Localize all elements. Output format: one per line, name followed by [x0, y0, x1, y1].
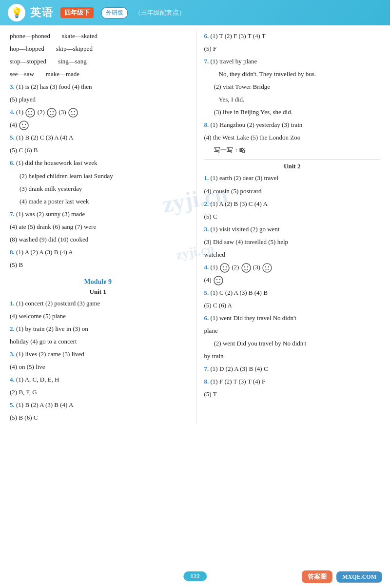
q6-item3: (3) drank milk yesterday	[20, 183, 186, 195]
u2q7-num: 7.	[204, 365, 209, 372]
rq6-parts2: (5) F	[204, 45, 217, 52]
svg-point-23	[219, 279, 220, 280]
svg-point-2	[31, 111, 32, 112]
svg-point-13	[223, 266, 224, 267]
q8-parts: (1) A (2) A (3) B (4) A	[16, 248, 73, 256]
svg-point-1	[28, 111, 29, 112]
q3-parts: (1) is (2) has (3) food (4) then	[16, 83, 92, 90]
left-column: phone—phoned skate—skated hop—hopped ski…	[10, 30, 186, 425]
q3-line1: 3. (1) is (2) has (3) food (4) then	[10, 81, 186, 93]
q7-line1: 7. (1) was (2) sunny (3) made	[10, 208, 186, 220]
u2q2-num: 2.	[204, 200, 209, 207]
rq6-line1: 6. (1) T (2) F (3) T (4) T	[204, 30, 381, 42]
rq7-line1: 7. (1) travel by plane	[204, 56, 381, 67]
u2q5-line1: 5. (1) C (2) A (3) B (4) B	[204, 287, 381, 299]
m9q5-parts: (1) B (2) A (3) B (4) A	[16, 401, 73, 408]
q4-label3: (3)	[58, 108, 67, 116]
q7-num: 7.	[10, 210, 15, 218]
rq7-item2b: Yes, I did.	[219, 94, 381, 105]
smiley-u2-4	[214, 276, 223, 285]
q6-item2: (2) helped children learn last Sunday	[20, 170, 186, 182]
u2q3-line1: 3. (1) visit visited (2) go went	[204, 223, 381, 235]
u2q4-line1: 4. (1) (2) (3)	[204, 262, 381, 273]
word-pair-4: skip—skipped	[56, 43, 93, 55]
q6-item1: (1) did the housework last week	[16, 159, 97, 166]
q4-label4: (4)	[10, 121, 19, 128]
header-title: 英语	[30, 5, 54, 20]
u2q7-line1: 7. (1) D (2) A (3) B (4) C	[204, 363, 381, 375]
word-pairs-3: stop—stopped sing—sang	[10, 56, 186, 67]
u2q4-line2: (4)	[204, 274, 381, 286]
rq8-line3: 写一写：略	[214, 144, 381, 156]
svg-point-16	[244, 266, 245, 267]
rq7-item1b: No, they didn't. They travelled by bus.	[219, 68, 381, 80]
word-pair-5: stop—stopped	[10, 56, 46, 67]
u2q2-line1: 2. (1) A (2) B (3) C (4) A	[204, 198, 381, 210]
m9q3-parts: (1) lives (2) came (3) lived	[16, 350, 84, 358]
u2q1-line2: (4) cousin (5) postcard	[204, 185, 381, 197]
smiley-2	[47, 108, 57, 118]
m9q2-num: 2.	[10, 325, 15, 332]
svg-point-6	[69, 108, 78, 117]
header-grade: 四年级下	[60, 7, 94, 18]
u2q6-item2: (2) went Did you travel by No didn't	[214, 338, 381, 349]
u2q2-parts: (1) A (2) B (3) C (4) A	[211, 200, 268, 207]
page-header: 💡 英语 四年级下 外研版 （三年级配套点）	[0, 0, 390, 25]
bottom-watermark: 答案圈 MXQE.COM	[302, 570, 382, 583]
unit1-header: Unit 1	[10, 288, 186, 296]
rq8-parts2: (4) the West Lake (5) the London Zoo	[204, 134, 301, 141]
word-pair-6: sing—sang	[58, 56, 87, 67]
smiley-1	[25, 108, 35, 118]
u2q8-line1: 8. (1) F (2) T (3) T (4) F	[204, 376, 381, 387]
smiley-4	[19, 121, 29, 130]
svg-point-20	[268, 266, 269, 267]
m9q1-parts: (1) concert (2) postcard (3) game	[16, 300, 100, 307]
m9q1-line1: 1. (1) concert (2) postcard (3) game	[10, 298, 186, 309]
word-pairs-4: see—saw make—made	[10, 68, 186, 80]
m9q1-parts2: (4) welcome (5) plane	[10, 312, 66, 320]
svg-point-15	[242, 264, 251, 272]
u2q4-num: 4.	[204, 264, 209, 271]
q5-parts2: (5) C (6) B	[10, 146, 38, 154]
q5-parts: (1) B (2) C (3) A (4) A	[16, 134, 73, 141]
m9q5-num: 5.	[10, 401, 15, 408]
header-note: （三年级配套点）	[135, 8, 185, 17]
m9q4-line1: 4. (1) A, C, D, E, H	[10, 374, 186, 385]
u2q7-parts: (1) D (2) A (3) B (4) C	[211, 365, 268, 372]
rq8-line1: 8. (1) Hangzhou (2) yesterday (3) train	[204, 119, 381, 131]
rq7-item1: (1) travel by plane	[211, 58, 257, 65]
rq7-item3: (3) live in Beijing Yes, she did.	[214, 106, 381, 118]
u2q6-line1b: plane	[204, 325, 381, 337]
svg-point-12	[220, 264, 229, 272]
u2q5-parts2: (5) C (6) A	[204, 302, 232, 309]
module9-header: Module 9	[10, 278, 186, 286]
u2q1-parts: (1) earth (2) dear (3) travel	[211, 174, 279, 182]
u2q4-label1: (1)	[211, 264, 219, 271]
rq8-parts: (1) Hangzhou (2) yesterday (3) train	[211, 121, 303, 128]
q4-label2: (2)	[38, 108, 46, 116]
m9q1-line2: (4) welcome (5) plane	[10, 310, 186, 322]
svg-point-14	[226, 266, 227, 267]
u2q5-line2: (5) C (6) A	[204, 300, 381, 311]
u2q3-parts2: (3) Did saw (4) travelled (5) help	[204, 238, 289, 245]
m9q2-parts2: holiday (4) go to a concert	[10, 338, 77, 345]
svg-point-7	[71, 111, 72, 112]
divider-module9	[10, 274, 186, 274]
header-publisher: 外研版	[101, 7, 128, 19]
svg-point-5	[53, 111, 54, 112]
svg-point-22	[216, 279, 217, 280]
u2q6-item1: (1) went Did they travel No didn't	[211, 314, 296, 322]
u2q8-line2: (5) T	[204, 388, 381, 400]
rq6-num: 6.	[204, 32, 209, 40]
u2q1-parts2: (4) cousin (5) postcard	[204, 187, 262, 195]
smiley-u2-1	[220, 263, 230, 273]
badge2: MXQE.COM	[336, 571, 382, 583]
q7-line3: (8) washed (9) did (10) cooked	[10, 234, 186, 245]
word-pair-3: hop—hopped	[10, 43, 44, 55]
header-icon: 💡	[8, 4, 25, 21]
u2q5-num: 5.	[204, 289, 209, 296]
u2q3-parts: (1) visit visited (2) go went	[211, 225, 280, 233]
m9q3-parts2: (4) on (5) live	[10, 363, 45, 370]
m9q3-num: 3.	[10, 350, 15, 358]
rq6-line2: (5) F	[204, 43, 381, 55]
